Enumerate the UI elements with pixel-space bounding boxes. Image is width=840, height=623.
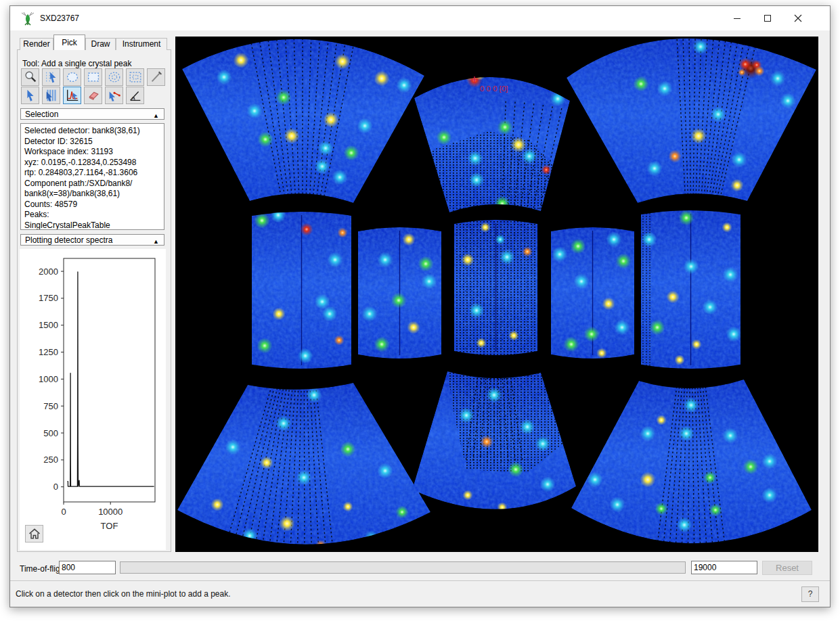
bank-mid-3[interactable] (454, 216, 537, 359)
bragg-peak-spot (738, 68, 745, 76)
bragg-peak-spot (669, 150, 682, 163)
collapse-triangle-icon[interactable]: ▲ (153, 110, 159, 121)
selection-header[interactable]: Selection ▲ (20, 108, 164, 120)
bragg-peak-spot (337, 227, 347, 237)
tof-min-input[interactable] (59, 561, 116, 574)
bragg-peak-spot (732, 152, 747, 168)
bragg-peak-spot (606, 232, 622, 248)
bragg-peak-spot (242, 528, 258, 544)
help-button[interactable]: ? (801, 586, 819, 602)
bank-bot-right[interactable] (571, 378, 812, 552)
minimize-button[interactable] (723, 6, 751, 30)
add-peak-tool-button[interactable] (63, 87, 81, 104)
selection-info-line: rtp: 0.284803,27.1164,-81.3606 (24, 168, 162, 179)
tof-max-input[interactable] (691, 561, 757, 574)
edit-shape-tool-button[interactable] (42, 68, 60, 86)
svg-text:250: 250 (43, 455, 58, 465)
draw-ring-rectangle-tool-button[interactable] (126, 68, 144, 86)
bank-mid-4[interactable] (551, 223, 634, 363)
bragg-peak-spot (550, 91, 566, 107)
plot-home-button[interactable] (25, 525, 43, 543)
tab-render[interactable]: Render (20, 38, 53, 50)
bragg-peak-spot (602, 298, 615, 310)
bragg-peak-spot (634, 76, 649, 92)
bragg-peak-spot (258, 132, 273, 147)
selection-header-label: Selection (25, 110, 58, 119)
collapse-triangle-icon[interactable]: ▲ (153, 236, 159, 247)
bragg-peak-spot (318, 141, 334, 156)
bragg-peak-spot (500, 250, 515, 265)
miniplot-canvas[interactable]: 025050075010001250150017502000010000TOF (20, 249, 166, 550)
bragg-peak-spot (298, 348, 313, 364)
instrument-view-window: SXD23767 Render Pick Draw Instrument Too… (9, 5, 831, 607)
compare-peak-tool-button[interactable] (105, 87, 123, 104)
bragg-peak-spot (301, 223, 313, 236)
draw-rectangle-tool-button[interactable] (84, 68, 102, 86)
svg-text:2000: 2000 (39, 267, 58, 277)
instrument-projection-svg[interactable]: 0 0 0 [0] (175, 37, 818, 552)
tab-instrument[interactable]: Instrument (116, 38, 167, 50)
pick-pixel-tool-button[interactable] (21, 87, 39, 104)
bragg-peak-spot (495, 196, 510, 212)
bragg-peak-spot (770, 71, 786, 87)
bragg-peak-spot (307, 388, 322, 403)
draw-ring-ellipse-tool-button[interactable] (105, 68, 123, 86)
bank-top-left[interactable] (182, 37, 424, 204)
bragg-peak-spot (691, 129, 707, 144)
svg-text:0: 0 (53, 482, 58, 492)
tab-pick[interactable]: Pick (53, 34, 85, 50)
erase-peak-tool-button[interactable] (84, 87, 102, 104)
bragg-peak-spot (257, 338, 273, 354)
draw-free-tool-button[interactable] (147, 68, 165, 86)
bragg-peak-spot (691, 339, 701, 349)
miniplot-svg: 025050075010001250150017502000010000TOF (20, 249, 166, 550)
bank-bot-mid[interactable] (412, 370, 576, 517)
align-peak-tool-button[interactable]: θ (126, 87, 144, 104)
bank-mid-1[interactable] (252, 208, 351, 373)
magnifier-icon (23, 70, 38, 85)
bank-mid-2[interactable] (358, 223, 441, 363)
selection-info-line: SingleCrystalPeakTable (24, 221, 162, 231)
bragg-peak-spot (374, 337, 390, 352)
pick-tube-tool-button[interactable] (42, 87, 60, 104)
tof-slider[interactable] (120, 561, 686, 574)
bragg-peak-spot (271, 208, 286, 223)
bragg-peak-spot (495, 234, 505, 244)
bragg-peak-spot (588, 472, 603, 488)
add-peak-icon (65, 88, 80, 103)
svg-text:1750: 1750 (39, 293, 58, 303)
bragg-peak-spot (754, 66, 764, 76)
bank-bot-left[interactable] (177, 382, 430, 552)
bragg-peak-spot (332, 170, 348, 185)
bank-top-right[interactable] (567, 37, 816, 222)
bragg-peak-spot (497, 502, 507, 512)
ellipse-icon (65, 70, 80, 85)
draw-ellipse-tool-button[interactable] (63, 68, 81, 86)
tab-draw[interactable]: Draw (85, 38, 116, 50)
minimize-icon (733, 14, 741, 22)
selection-info-line: Peaks: (24, 210, 162, 221)
bragg-peak-spot (511, 137, 527, 153)
bragg-peak-spot (480, 222, 490, 232)
bragg-peak-spot (596, 348, 606, 358)
selection-info-line: bank8(x=38)/bank8(38,61) (24, 189, 162, 200)
bragg-peak-spot (374, 71, 390, 87)
bragg-peak-spot (574, 274, 590, 290)
bragg-peak-spot (723, 428, 738, 444)
reset-button[interactable]: Reset (762, 561, 812, 575)
bank-mid-5[interactable] (641, 206, 741, 373)
bragg-peak-spot (571, 239, 586, 254)
zoom-tool-button[interactable] (21, 68, 39, 86)
bragg-peak-spot (709, 504, 722, 517)
plotting-header[interactable]: Plotting detector spectra ▲ (20, 234, 164, 246)
home-icon (28, 527, 41, 540)
bragg-peak-spot (508, 462, 524, 478)
maximize-button[interactable] (753, 6, 782, 30)
bragg-peak-spot (667, 291, 680, 304)
close-button[interactable] (784, 6, 812, 30)
instrument-projection-view[interactable]: 0 0 0 [0] (175, 37, 818, 552)
svg-text:1500: 1500 (39, 320, 58, 330)
bragg-peak-spot (640, 426, 656, 442)
bragg-peak-spot (437, 130, 452, 145)
bragg-peak-spot (743, 459, 759, 475)
